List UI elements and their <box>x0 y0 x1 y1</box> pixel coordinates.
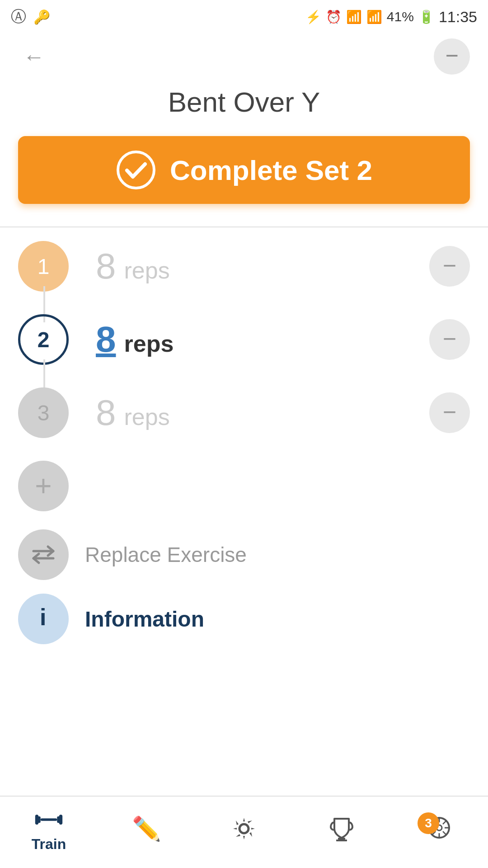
svg-rect-5 <box>35 815 38 825</box>
battery-percent: 41% <box>387 9 414 24</box>
information-button[interactable]: i <box>18 594 69 644</box>
set-1-reps-number: 8 <box>96 245 116 287</box>
set-3-reps-number: 8 <box>96 392 116 434</box>
svg-point-0 <box>118 152 154 188</box>
set-3-reps-label: reps <box>124 403 170 430</box>
set-number-3: 3 <box>18 387 69 438</box>
status-right: ⚡ ⏰ 📶 📶 41% 🔋 11:35 <box>305 8 477 26</box>
alarm-icon: ⏰ <box>326 9 342 24</box>
time-display: 11:35 <box>439 8 477 26</box>
set-number-2: 2 <box>18 314 69 365</box>
tab-train[interactable]: Train <box>0 808 98 853</box>
svg-rect-11 <box>336 840 347 841</box>
complete-set-button[interactable]: Complete Set 2 <box>18 136 470 204</box>
set-row-3: 3 8 reps − <box>18 387 470 438</box>
set-1-info: 8 reps <box>96 245 429 287</box>
bottom-nav: Train ✏️ <box>0 796 488 868</box>
svg-point-9 <box>239 824 249 833</box>
settings-icon <box>231 816 257 841</box>
svg-line-20 <box>443 821 446 824</box>
back-button[interactable]: ← <box>18 41 50 72</box>
set-1-minus-button[interactable]: − <box>429 246 470 287</box>
svg-rect-10 <box>338 838 345 840</box>
svg-line-19 <box>443 831 446 835</box>
plus-icon: + <box>35 472 52 500</box>
svg-rect-8 <box>41 818 57 821</box>
set-row-1: 1 8 reps − <box>18 241 470 292</box>
information-row: i Information <box>0 594 488 644</box>
tab-nutrition[interactable]: ✏️ <box>98 815 195 845</box>
section-divider <box>0 226 488 227</box>
replace-exercise-button[interactable] <box>18 529 69 580</box>
remove-button[interactable]: − <box>434 38 470 75</box>
trophy-icon <box>329 816 354 841</box>
key-icon: 🔑 <box>33 9 50 25</box>
information-label: Information <box>85 607 204 632</box>
add-set-row: + <box>0 461 488 511</box>
tab-explore[interactable]: 3 <box>390 815 488 845</box>
swap-icon <box>30 543 57 566</box>
set-2-minus-button[interactable]: − <box>429 319 470 360</box>
svg-rect-7 <box>59 815 62 825</box>
set-3-info: 8 reps <box>96 392 429 434</box>
set-2-minus-icon: − <box>443 327 456 350</box>
set-3-minus-button[interactable]: − <box>429 392 470 433</box>
signal-icon: 📶 <box>366 9 382 24</box>
checkmark-icon <box>116 150 156 190</box>
set-1-minus-icon: − <box>443 254 456 277</box>
tab-train-label: Train <box>32 836 66 853</box>
add-set-button[interactable]: + <box>18 461 69 511</box>
battery-icon: 🔋 <box>418 9 434 24</box>
info-icon: i <box>32 607 55 631</box>
set-2-reps-number[interactable]: 8 <box>96 319 116 360</box>
explore-badge: 3 <box>418 812 439 834</box>
top-nav: ← − <box>0 32 488 81</box>
set-1-reps-label: reps <box>124 257 170 284</box>
nutrition-icon: ✏️ <box>132 815 161 843</box>
svg-text:i: i <box>40 607 46 630</box>
complete-set-label: Complete Set 2 <box>170 154 372 186</box>
s-icon: Ⓐ <box>11 6 26 27</box>
sets-container: 1 8 reps − 2 8 reps − 3 8 reps − <box>0 241 488 438</box>
replace-exercise-label: Replace Exercise <box>85 542 247 567</box>
set-row-2: 2 8 reps − <box>18 314 470 365</box>
status-bar: Ⓐ 🔑 ⚡ ⏰ 📶 📶 41% 🔋 11:35 <box>0 0 488 32</box>
battery-charge-icon: ⚡ <box>305 9 321 24</box>
wifi-icon: 📶 <box>346 9 362 24</box>
tab-trophy[interactable] <box>293 816 390 844</box>
dumbbell-icon <box>34 808 63 833</box>
status-left-icons: Ⓐ 🔑 <box>11 6 50 27</box>
set-2-info: 8 reps <box>96 319 429 360</box>
set-number-1: 1 <box>18 241 69 292</box>
back-arrow-icon: ← <box>23 44 45 69</box>
set-3-minus-icon: − <box>443 400 456 424</box>
replace-exercise-row: Replace Exercise <box>0 529 488 580</box>
set-2-reps-label: reps <box>124 330 174 357</box>
minus-icon: − <box>445 44 458 67</box>
tab-settings[interactable] <box>195 816 293 844</box>
page-title: Bent Over Y <box>18 86 470 118</box>
